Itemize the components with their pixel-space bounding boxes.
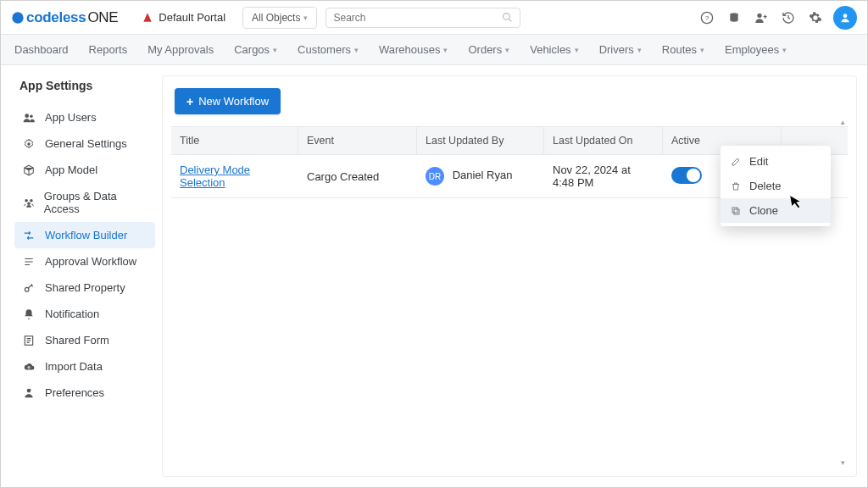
ctx-edit-label: Edit <box>749 155 768 168</box>
logo-text-rest: ONE <box>87 9 118 26</box>
add-user-icon[interactable] <box>752 8 771 27</box>
ctx-clone[interactable]: Clone <box>721 198 831 223</box>
ctx-clone-label: Clone <box>749 204 778 217</box>
nav-cargos[interactable]: Cargos▾ <box>234 43 277 56</box>
db-icon[interactable] <box>725 8 743 27</box>
sidebar-item-shared-property[interactable]: Shared Property <box>14 274 155 301</box>
sidebar-item-label: Workflow Builder <box>45 229 127 241</box>
new-workflow-label: New Workflow <box>198 95 269 108</box>
svg-point-15 <box>27 388 31 392</box>
scroll-down-icon[interactable]: ▾ <box>837 458 848 468</box>
svg-point-1 <box>504 14 510 20</box>
workflow-title-link[interactable]: Delivery Mode Selection <box>180 164 250 189</box>
user-name: Daniel Ryan <box>453 169 513 181</box>
chevron-down-icon: ▾ <box>273 46 277 54</box>
main-panel: New Workflow Title Event Last Updated By… <box>162 75 857 477</box>
nav-routes[interactable]: Routes▾ <box>662 43 704 56</box>
nav-drivers[interactable]: Drivers▾ <box>599 43 642 56</box>
nav-my-approvals[interactable]: My Approvals <box>147 43 214 56</box>
ctx-edit[interactable]: Edit <box>721 149 831 174</box>
sidebar-item-app-model[interactable]: App Model <box>14 157 155 183</box>
sidebar-item-approval-workflow[interactable]: Approval Workflow <box>14 248 155 274</box>
profile-icon[interactable] <box>833 6 857 30</box>
sidebar-item-preferences[interactable]: Preferences <box>14 380 155 406</box>
chevron-down-icon: ▾ <box>782 46 787 54</box>
pref-icon <box>23 387 36 399</box>
nav-reports[interactable]: Reports <box>89 43 128 56</box>
svg-rect-16 <box>734 209 739 214</box>
search-input[interactable] <box>333 12 502 24</box>
users-icon <box>23 112 36 124</box>
chevron-down-icon: ▾ <box>700 46 704 54</box>
workflow-updated-on: Nov 22, 2024 at 4:48 PM <box>544 155 663 197</box>
history-icon[interactable] <box>779 8 798 27</box>
flow-icon <box>23 230 36 241</box>
object-selector[interactable]: All Objects ▾ <box>242 7 317 29</box>
nav-warehouses[interactable]: Warehouses▾ <box>379 43 448 56</box>
object-selector-label: All Objects <box>252 12 300 24</box>
portal-selector[interactable]: Default Portal <box>133 8 234 27</box>
gear-icon <box>23 138 36 150</box>
main-nav: DashboardReportsMy ApprovalsCargos▾Custo… <box>1 35 867 65</box>
list-icon <box>23 256 36 268</box>
col-updated-on: Last Updated On <box>544 127 663 154</box>
edit-icon <box>731 157 743 167</box>
svg-point-12 <box>27 202 31 205</box>
chevron-down-icon: ▾ <box>637 46 642 54</box>
sidebar-item-label: Shared Form <box>45 334 109 347</box>
sidebar-item-groups-data-access[interactable]: Groups & Data Access <box>14 183 155 222</box>
svg-point-9 <box>27 142 31 146</box>
sidebar-item-import-data[interactable]: Import Data <box>14 353 155 380</box>
app-logo[interactable]: codelessONE <box>11 9 118 26</box>
chevron-down-icon: ▾ <box>303 14 308 22</box>
user-avatar: DR <box>426 167 444 186</box>
search-icon <box>502 12 513 23</box>
col-updated-by: Last Updated By <box>417 127 544 154</box>
sidebar-item-notification[interactable]: Notification <box>14 301 155 327</box>
cloud-icon <box>23 361 36 373</box>
group-icon <box>23 197 36 208</box>
scroll-up-icon[interactable]: ▴ <box>837 117 848 127</box>
gear-icon[interactable] <box>806 8 825 27</box>
scrollbar[interactable]: ▴ ▾ <box>837 117 848 468</box>
settings-sidebar: App Settings App UsersGeneral SettingsAp… <box>1 65 162 487</box>
svg-point-7 <box>25 114 29 118</box>
global-search[interactable] <box>326 8 520 28</box>
sidebar-item-label: Groups & Data Access <box>44 190 147 215</box>
nav-dashboard[interactable]: Dashboard <box>14 43 69 56</box>
svg-point-11 <box>30 199 33 202</box>
svg-point-8 <box>30 114 33 118</box>
sidebar-item-label: App Users <box>45 111 97 124</box>
sidebar-item-label: Approval Workflow <box>45 255 136 268</box>
form-icon <box>23 335 36 347</box>
nav-vehicles[interactable]: Vehicles▾ <box>530 43 578 56</box>
sidebar-item-shared-form[interactable]: Shared Form <box>14 327 155 353</box>
sidebar-item-workflow-builder[interactable]: Workflow Builder <box>14 222 155 248</box>
nav-orders[interactable]: Orders▾ <box>468 43 509 56</box>
bell-icon <box>23 308 36 320</box>
logo-text-blue: codeless <box>26 9 86 26</box>
sidebar-item-general-settings[interactable]: General Settings <box>14 130 155 157</box>
chevron-down-icon: ▾ <box>354 46 359 54</box>
delete-icon <box>731 181 743 191</box>
chevron-down-icon: ▾ <box>443 46 448 54</box>
col-title: Title <box>171 127 298 154</box>
help-icon[interactable]: ? <box>698 8 716 27</box>
svg-point-10 <box>25 199 27 202</box>
row-context-menu: Edit Delete Clone <box>721 146 831 226</box>
active-toggle[interactable] <box>671 167 702 184</box>
svg-point-5 <box>757 13 761 17</box>
chevron-down-icon: ▾ <box>505 46 509 54</box>
portal-name: Default Portal <box>159 11 225 24</box>
sidebar-item-label: Import Data <box>45 360 103 373</box>
nav-employees[interactable]: Employees▾ <box>725 43 787 56</box>
col-event: Event <box>298 127 417 154</box>
svg-point-13 <box>25 287 29 291</box>
workflow-updated-by: DR Daniel Ryan <box>417 158 544 194</box>
new-workflow-button[interactable]: New Workflow <box>175 88 281 114</box>
svg-point-6 <box>843 14 848 18</box>
ctx-delete[interactable]: Delete <box>721 174 831 198</box>
nav-customers[interactable]: Customers▾ <box>298 43 359 56</box>
sidebar-item-label: Preferences <box>45 386 104 399</box>
sidebar-item-app-users[interactable]: App Users <box>14 104 155 130</box>
